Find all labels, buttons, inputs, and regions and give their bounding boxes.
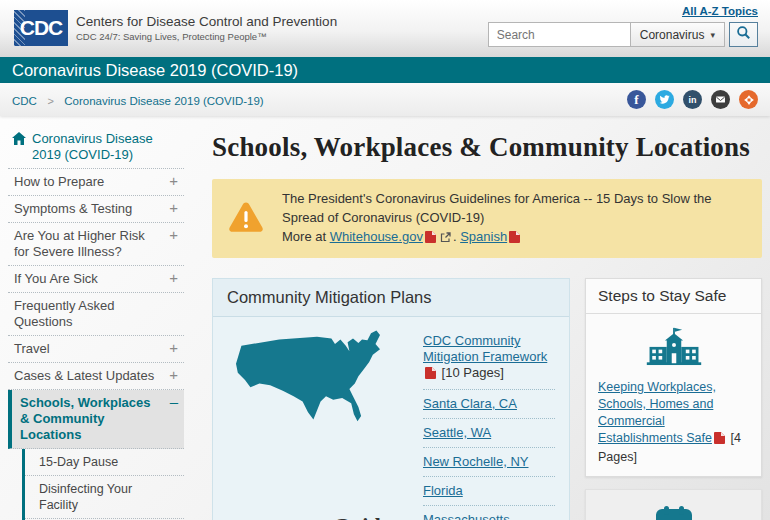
guidelines-alert: The President's Coronavirus Guidelines f… xyxy=(212,179,762,258)
search-bar: Coronavirus ▾ xyxy=(488,22,758,47)
pdf-icon xyxy=(509,229,520,248)
left-nav: Coronavirus Disease 2019 (COVID-19) How … xyxy=(0,116,188,520)
facebook-icon[interactable]: f xyxy=(627,90,646,109)
chevron-down-icon: ▾ xyxy=(710,30,715,40)
list-item: CDC Community Mitigation Framework [10 P… xyxy=(423,327,555,390)
list-item: New Rochelle, NY xyxy=(423,448,555,477)
search-scope-label: Coronavirus xyxy=(640,28,705,42)
twitter-icon[interactable] xyxy=(655,90,674,109)
steps-to-stay-safe-card: Steps to Stay Safe xyxy=(585,278,762,477)
massachusetts-link[interactable]: Massachusetts xyxy=(423,512,510,520)
breadcrumb-home-link[interactable]: CDC xyxy=(12,95,37,107)
sidebar-item-label: Coronavirus Disease 2019 (COVID-19) xyxy=(32,131,153,162)
breadcrumb-current-link[interactable]: Coronavirus Disease 2019 (COVID-19) xyxy=(64,95,263,107)
pdf-icon xyxy=(425,367,436,383)
org-tagline: CDC 24/7: Saving Lives, Protecting Peopl… xyxy=(76,31,337,42)
sidebar-item-label: Schools, Workplaces & Community Location… xyxy=(20,395,151,442)
seattle-link[interactable]: Seattle, WA xyxy=(423,425,491,440)
sidebar-item-label: Symptoms & Testing xyxy=(14,201,132,216)
sidebar-item-label: Frequently Asked Questions xyxy=(14,298,114,329)
sidebar-subitem-15-day-pause[interactable]: 15-Day Pause xyxy=(25,449,184,476)
sidebar-item-label: If You Are Sick xyxy=(14,271,98,286)
covid-banner: Coronavirus Disease 2019 (COVID-19) xyxy=(0,57,770,83)
sidebar-item-if-you-are-sick[interactable]: If You Are Sick + xyxy=(8,266,184,293)
sidebar-item-faq[interactable]: Frequently Asked Questions xyxy=(8,293,184,336)
santa-clara-link[interactable]: Santa Clara, CA xyxy=(423,396,517,411)
community-leaders-card: Community Leaders: Take Advantage of the… xyxy=(585,489,762,520)
expand-icon[interactable]: + xyxy=(169,200,178,216)
org-name: Centers for Disease Control and Preventi… xyxy=(76,14,337,29)
warning-icon xyxy=(228,201,264,237)
florida-link[interactable]: Florida xyxy=(423,483,463,498)
linkedin-icon[interactable]: in xyxy=(683,90,702,109)
mitigation-links-list: CDC Community Mitigation Framework [10 P… xyxy=(423,327,555,520)
site-header: CDC Centers for Disease Control and Prev… xyxy=(0,0,770,57)
list-item: Seattle, WA xyxy=(423,419,555,448)
sidebar-item-schools-workplaces-active[interactable]: Schools, Workplaces & Community Location… xyxy=(8,390,184,449)
sidebar-item-how-to-prepare[interactable]: How to Prepare + xyxy=(8,169,184,196)
sidebar-item-home[interactable]: Coronavirus Disease 2019 (COVID-19) xyxy=(8,126,184,169)
pdf-icon xyxy=(714,432,725,449)
search-button[interactable] xyxy=(729,22,758,47)
sidebar-subnav: 15-Day Pause Disinfecting Your Facility … xyxy=(22,449,184,520)
all-az-topics-link[interactable]: All A-Z Topics xyxy=(682,5,758,17)
search-input[interactable] xyxy=(488,22,630,47)
cdc-mitigation-framework-link[interactable]: CDC Community Mitigation Framework xyxy=(423,333,547,364)
search-scope-dropdown[interactable]: Coronavirus ▾ xyxy=(630,22,725,47)
expand-icon[interactable]: + xyxy=(169,367,178,383)
sidebar-item-travel[interactable]: Travel + xyxy=(8,336,184,363)
syndicate-icon[interactable] xyxy=(739,90,758,109)
page-title: Schools, Workplaces & Community Location… xyxy=(212,132,762,163)
list-item: Massachusetts xyxy=(423,506,555,520)
clipped-section-heading: Guidance xyxy=(333,513,423,520)
home-icon xyxy=(12,132,26,149)
alert-text-prefix: More at xyxy=(282,229,330,244)
social-share-icons: f in xyxy=(627,90,758,109)
sidebar-item-higher-risk[interactable]: Are You at Higher Risk for Severe Illnes… xyxy=(8,223,184,266)
breadcrumb-separator: > xyxy=(47,95,53,107)
alert-text-line1: The President's Coronavirus Guidelines f… xyxy=(282,191,712,225)
us-map-image xyxy=(227,327,407,520)
list-item: Florida xyxy=(423,477,555,506)
pdf-icon xyxy=(425,229,436,248)
cdc-brand[interactable]: CDC Centers for Disease Control and Prev… xyxy=(14,10,337,46)
cdc-logo[interactable]: CDC xyxy=(14,10,68,46)
spanish-link[interactable]: Spanish xyxy=(460,229,507,244)
school-building-icon xyxy=(598,326,749,371)
sidebar-subitem-label: 15-Day Pause xyxy=(39,455,118,469)
mitigation-card-title: Community Mitigation Plans xyxy=(213,279,569,317)
breadcrumb-bar: CDC > Coronavirus Disease 2019 (COVID-19… xyxy=(0,83,770,116)
page-count: [10 Pages] xyxy=(438,365,504,380)
keeping-safe-link[interactable]: Keeping Workplaces, Schools, Homes and C… xyxy=(598,380,716,445)
collapse-icon[interactable]: – xyxy=(170,394,178,410)
sidebar-item-label: Are You at Higher Risk for Severe Illnes… xyxy=(14,228,145,259)
sidebar-subitem-label: Disinfecting Your Facility xyxy=(39,482,132,512)
search-icon xyxy=(736,25,751,44)
expand-icon[interactable]: + xyxy=(169,227,178,243)
external-link-icon xyxy=(440,229,451,248)
covid-banner-title: Coronavirus Disease 2019 (COVID-19) xyxy=(12,61,298,79)
breadcrumb: CDC > Coronavirus Disease 2019 (COVID-19… xyxy=(12,91,264,109)
sidebar-item-label: Cases & Latest Updates xyxy=(14,368,154,383)
new-rochelle-link[interactable]: New Rochelle, NY xyxy=(423,454,529,469)
sidebar-subitem-disinfecting[interactable]: Disinfecting Your Facility xyxy=(25,476,184,519)
expand-icon[interactable]: + xyxy=(169,173,178,189)
community-mitigation-card: Community Mitigation Plans CDC Community… xyxy=(212,278,570,520)
sidebar-item-symptoms-testing[interactable]: Symptoms & Testing + xyxy=(8,196,184,223)
whitehouse-link[interactable]: Whitehouse.gov xyxy=(330,229,423,244)
sidebar-item-label: How to Prepare xyxy=(14,174,104,189)
sidebar-item-cases-updates[interactable]: Cases & Latest Updates + xyxy=(8,363,184,390)
list-item: Santa Clara, CA xyxy=(423,390,555,419)
sidebar-item-label: Travel xyxy=(14,341,50,356)
email-icon[interactable] xyxy=(711,90,730,109)
main-content: Schools, Workplaces & Community Location… xyxy=(188,116,770,520)
right-rail: Steps to Stay Safe xyxy=(585,278,762,520)
expand-icon[interactable]: + xyxy=(169,270,178,286)
steps-card-title: Steps to Stay Safe xyxy=(586,279,761,314)
expand-icon[interactable]: + xyxy=(169,340,178,356)
calendar-icon xyxy=(598,504,749,520)
